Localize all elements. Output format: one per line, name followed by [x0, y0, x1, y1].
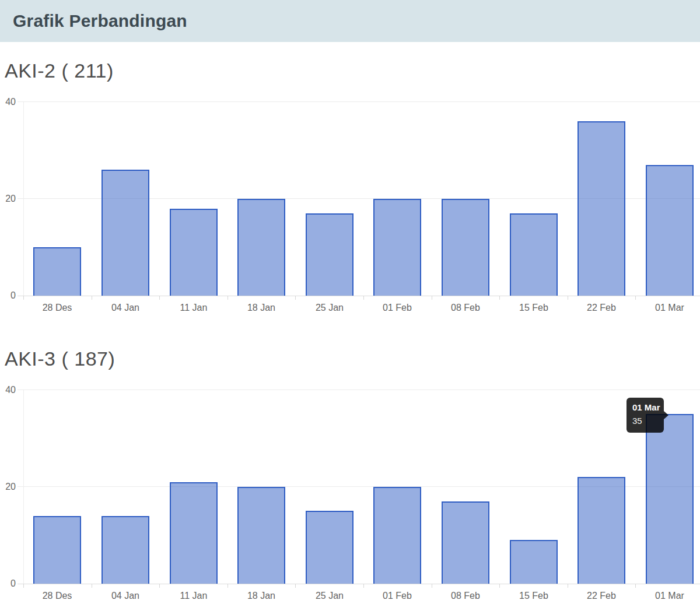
x-tick-mark: [432, 584, 432, 588]
x-tick-mark: [23, 584, 24, 588]
x-tick-mark: [635, 296, 636, 300]
x-tick-mark: [363, 296, 364, 300]
bar-22-feb[interactable]: [578, 477, 625, 584]
page-title: Grafik Perbandingan: [13, 11, 187, 31]
x-tick-label: 01 Feb: [363, 303, 431, 313]
y-gridline: [18, 390, 700, 390]
x-tick-mark: [295, 296, 296, 300]
x-tick-label: 18 Jan: [228, 591, 295, 601]
bar-15-feb[interactable]: [510, 540, 558, 584]
bar-28-des[interactable]: [33, 516, 81, 584]
x-tick-label: 08 Feb: [432, 591, 499, 601]
bar-01-mar[interactable]: [646, 165, 694, 296]
x-tick-mark: [499, 584, 500, 588]
x-tick-mark: [568, 296, 568, 300]
x-tick-mark: [363, 584, 364, 588]
bar-08-feb[interactable]: [442, 199, 489, 296]
tooltip-value: 35: [632, 416, 664, 426]
axis-left-line: [23, 390, 24, 584]
x-tick-mark: [499, 296, 500, 300]
bar-11-jan[interactable]: [170, 209, 218, 296]
y-tick-label: 40: [0, 385, 16, 395]
x-tick-label: 15 Feb: [500, 591, 568, 601]
x-tick-label: 11 Jan: [160, 591, 228, 601]
x-tick-label: 22 Feb: [568, 303, 635, 313]
bar-01-feb[interactable]: [373, 487, 421, 584]
x-tick-mark: [92, 296, 92, 300]
x-tick-mark: [159, 584, 160, 588]
tooltip-caret-icon: [664, 411, 668, 419]
bar-22-feb[interactable]: [578, 121, 625, 296]
x-tick-label: 15 Feb: [500, 303, 568, 313]
x-tick-mark: [432, 296, 432, 300]
chart-title-aki-3: AKI-3 ( 187): [5, 348, 115, 370]
x-tick-mark: [295, 584, 296, 588]
tooltip-title: 01 Mar: [632, 402, 664, 412]
y-tick-label: 40: [0, 97, 16, 107]
x-tick-label: 28 Des: [23, 303, 91, 313]
x-tick-label: 25 Jan: [296, 303, 363, 313]
x-tick-label: 01 Mar: [636, 591, 700, 601]
x-tick-mark: [23, 296, 24, 300]
bar-11-jan[interactable]: [170, 482, 218, 584]
x-tick-label: 01 Feb: [363, 591, 431, 601]
bar-25-jan[interactable]: [306, 511, 354, 584]
bar-01-mar[interactable]: [646, 414, 694, 584]
x-tick-mark: [568, 584, 568, 588]
y-tick-label: 20: [0, 482, 16, 492]
y-gridline: [18, 584, 700, 584]
bar-04-jan[interactable]: [102, 170, 149, 296]
chart-tooltip: 01 Mar 35: [626, 398, 664, 433]
x-tick-label: 01 Mar: [636, 303, 700, 313]
bar-04-jan[interactable]: [102, 516, 149, 584]
x-tick-label: 11 Jan: [160, 303, 228, 313]
x-tick-label: 22 Feb: [568, 591, 635, 601]
page-header: Grafik Perbandingan: [0, 0, 700, 42]
bar-28-des[interactable]: [33, 247, 81, 296]
bar-08-feb[interactable]: [442, 501, 489, 584]
x-tick-mark: [159, 296, 160, 300]
x-tick-label: 28 Des: [23, 591, 91, 601]
bar-01-feb[interactable]: [373, 199, 421, 296]
y-tick-label: 0: [0, 578, 16, 589]
chart-plot-aki-2: 0204028 Des04 Jan11 Jan18 Jan25 Jan01 Fe…: [0, 102, 700, 296]
y-gridline: [18, 296, 700, 296]
axis-left-line: [23, 102, 24, 296]
x-tick-label: 18 Jan: [228, 303, 295, 313]
x-tick-label: 08 Feb: [432, 303, 499, 313]
x-tick-label: 25 Jan: [296, 591, 363, 601]
page: Grafik Perbandingan AKI-2 ( 211) 0204028…: [0, 0, 700, 607]
bar-18-jan[interactable]: [237, 487, 285, 584]
y-tick-label: 0: [0, 290, 16, 301]
bar-18-jan[interactable]: [237, 199, 285, 296]
x-tick-mark: [635, 584, 636, 588]
x-tick-label: 04 Jan: [92, 591, 159, 601]
x-tick-mark: [228, 584, 228, 588]
bar-25-jan[interactable]: [306, 213, 354, 296]
bar-15-feb[interactable]: [510, 213, 558, 296]
x-tick-mark: [92, 584, 92, 588]
x-tick-label: 04 Jan: [92, 303, 159, 313]
chart-title-aki-2: AKI-2 ( 211): [5, 59, 114, 82]
chart-plot-aki-3: 0204028 Des04 Jan11 Jan18 Jan25 Jan01 Fe…: [0, 390, 700, 584]
x-tick-mark: [228, 296, 228, 300]
y-gridline: [18, 101, 700, 102]
y-tick-label: 20: [0, 194, 16, 204]
